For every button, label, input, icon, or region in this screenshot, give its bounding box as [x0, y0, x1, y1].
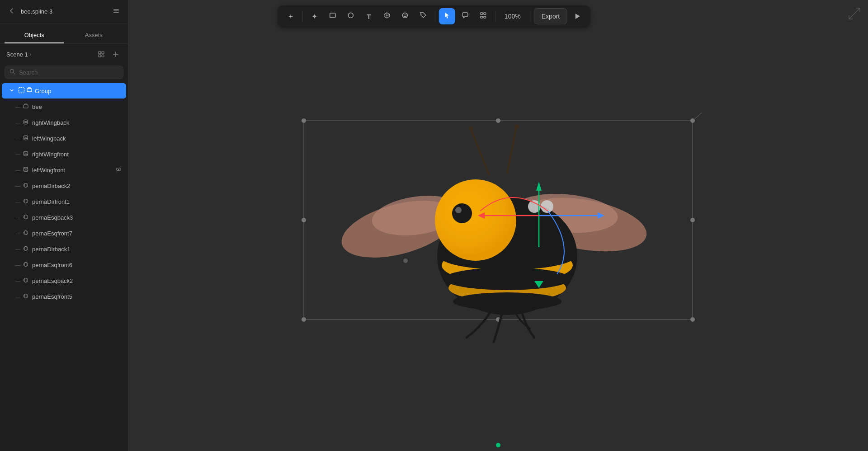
svg-rect-15 [113, 12, 119, 13]
circle-icon [347, 12, 354, 21]
svg-point-54 [24, 278, 28, 282]
cursor-icon [443, 12, 451, 21]
app-title: bee.spline 3 [21, 8, 52, 15]
play-button[interactable] [569, 8, 585, 24]
svg-point-42 [24, 183, 28, 187]
canvas-area[interactable] [128, 0, 868, 451]
list-item[interactable]: — rightWingfront [2, 146, 126, 162]
search-container [0, 63, 128, 83]
svg-rect-11 [484, 16, 486, 18]
sphere-icon [22, 182, 29, 190]
svg-point-66 [690, 317, 695, 322]
svg-point-6 [421, 14, 422, 15]
svg-point-81 [453, 292, 561, 310]
bee-icon [22, 103, 29, 111]
scene-name: Scene 1 [6, 51, 28, 58]
svg-point-62 [302, 218, 306, 222]
svg-point-48 [24, 230, 28, 235]
main-layout: bee.spline 3 Objects Assets Scene 1 › [0, 0, 868, 451]
menu-button[interactable] [111, 5, 122, 18]
tag-tool-button[interactable] [415, 8, 431, 24]
list-item[interactable]: — pernaEsqback3 [2, 210, 126, 225]
sidebar-tabs: Objects Assets [0, 23, 128, 44]
circle-tool-button[interactable] [343, 8, 359, 24]
tree-dash: — [15, 230, 20, 236]
scene-info[interactable]: Scene 1 › [6, 51, 31, 58]
list-item[interactable]: — pernaEsqfront5 [2, 289, 126, 304]
item-label: rightWingfront [32, 151, 122, 158]
visibility-icon[interactable] [116, 166, 122, 174]
list-item[interactable]: — leftWingfront [2, 162, 126, 178]
svg-point-4 [404, 14, 405, 15]
svg-point-27 [24, 122, 28, 124]
tree-dash: — [15, 183, 20, 188]
back-button[interactable] [6, 5, 17, 18]
svg-point-80 [444, 268, 571, 290]
list-item[interactable]: — pernaDirfront1 [2, 194, 126, 209]
sphere-icon [22, 214, 29, 221]
zoom-control[interactable]: 100% [499, 8, 526, 24]
group-box-icon [26, 87, 33, 95]
tree-dash: — [15, 104, 20, 109]
svg-point-87 [541, 200, 553, 213]
export-button[interactable]: Export [534, 8, 567, 24]
svg-point-51 [25, 246, 27, 250]
speech-tool-button[interactable] [457, 8, 473, 24]
item-label: pernaEsqfront5 [32, 293, 122, 300]
list-item[interactable]: — pernaEsqfront6 [2, 257, 126, 272]
title-bar: bee.spline 3 [0, 0, 128, 23]
text-tool-button[interactable]: T [361, 8, 377, 24]
svg-point-41 [118, 169, 119, 170]
sphere-icon [22, 245, 29, 253]
tab-assets[interactable]: Assets [64, 27, 124, 43]
3d-tool-button[interactable] [379, 8, 395, 24]
svg-point-35 [24, 154, 28, 156]
speech-icon [462, 12, 469, 21]
search-input[interactable] [19, 69, 118, 76]
object-list: Group — bee — rightWingback [0, 83, 128, 451]
list-item[interactable]: — pernaDirback1 [2, 241, 126, 257]
frame-tool-button[interactable] [475, 8, 491, 24]
svg-point-53 [25, 262, 27, 266]
tree-dash: — [15, 262, 20, 268]
svg-rect-10 [481, 16, 483, 18]
svg-point-1 [348, 13, 353, 18]
search-icon [9, 69, 15, 76]
magic-tool-button[interactable]: ✦ [307, 8, 323, 24]
sidebar: bee.spline 3 Objects Assets Scene 1 › [0, 0, 128, 451]
title-bar-left: bee.spline 3 [6, 5, 52, 18]
svg-point-64 [302, 317, 306, 322]
cursor-tool-button[interactable] [439, 8, 455, 24]
list-item[interactable]: — bee [2, 99, 126, 114]
scene-grid-button[interactable] [95, 48, 107, 60]
group-dashed-icon [18, 87, 25, 95]
svg-rect-17 [102, 52, 104, 54]
rect-tool-button[interactable] [325, 8, 341, 24]
svg-point-39 [24, 170, 28, 172]
svg-point-83 [435, 179, 516, 261]
face-tool-button[interactable] [397, 8, 413, 24]
toolbar-divider-2 [435, 11, 435, 22]
sphere-icon [22, 261, 29, 269]
text-icon: T [367, 13, 371, 20]
svg-rect-23 [24, 105, 28, 108]
list-item[interactable]: Group [2, 83, 126, 99]
item-label: bee [32, 103, 122, 110]
list-item[interactable]: — rightWingback [2, 115, 126, 130]
svg-point-5 [406, 14, 406, 15]
item-label: leftWingback [32, 135, 122, 142]
tree-dash: — [15, 215, 20, 220]
tab-objects[interactable]: Objects [5, 27, 64, 43]
scene-add-button[interactable] [110, 48, 122, 60]
svg-rect-0 [330, 13, 335, 18]
svg-rect-14 [113, 10, 119, 11]
list-item[interactable]: — pernaEsqback2 [2, 273, 126, 288]
list-item[interactable]: — pernaDirback2 [2, 178, 126, 193]
add-button[interactable]: ＋ [283, 8, 299, 24]
list-item[interactable]: — pernaEsqfront7 [2, 226, 126, 241]
svg-point-32 [24, 151, 28, 153]
list-item[interactable]: — leftWingback [2, 131, 126, 146]
svg-point-56 [24, 294, 28, 298]
face-icon [401, 12, 409, 21]
svg-point-46 [24, 215, 28, 219]
